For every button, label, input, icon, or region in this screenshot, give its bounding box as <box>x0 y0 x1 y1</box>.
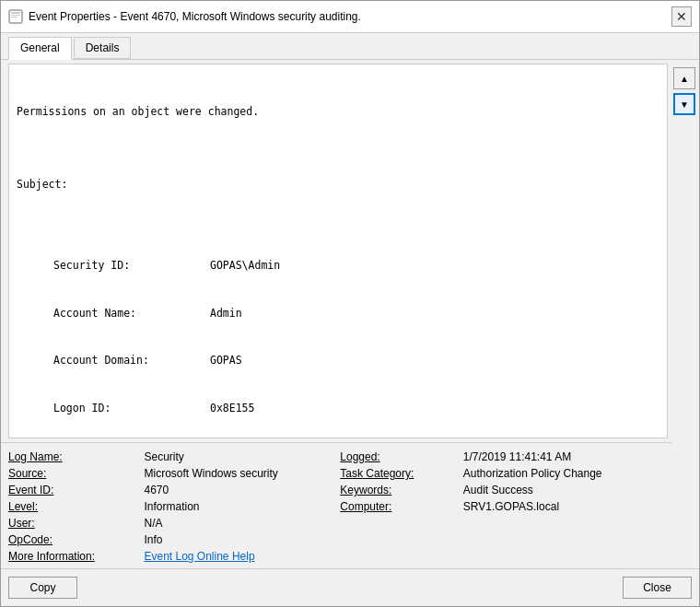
main-content: Permissions on an object were changed. S… <box>1 60 671 568</box>
level-label: Level: <box>8 498 144 513</box>
window-title: Event Properties - Event 4670, Microsoft… <box>29 10 361 23</box>
title-bar: Event Properties - Event 4670, Microsoft… <box>1 1 699 33</box>
logged-value: 1/7/2019 11:41:41 AM <box>463 449 664 463</box>
security-id-value: GOPAS\Admin <box>210 258 280 274</box>
event-description: Permissions on an object were changed. <box>17 104 659 120</box>
more-info-value: Event Log Online Help <box>144 548 340 563</box>
more-info-label: More Information: <box>8 548 144 563</box>
opcode-value: Info <box>144 531 340 546</box>
level-value: Information <box>144 498 340 513</box>
subject-fields: Security ID: GOPAS\Admin Account Name: A… <box>17 226 659 438</box>
scroll-down-button[interactable]: ▼ <box>673 93 695 115</box>
sidebar-buttons: ▲ ▼ <box>671 60 699 568</box>
scroll-up-button[interactable]: ▲ <box>673 67 695 89</box>
tab-general[interactable]: General <box>8 37 72 60</box>
keywords-label: Keywords: <box>340 482 462 496</box>
bottom-bar: Copy Close <box>1 568 699 606</box>
field-account-name: Account Name: Admin <box>53 306 659 321</box>
close-button[interactable]: Close <box>623 577 692 599</box>
logon-id-label: Logon ID: <box>53 401 210 416</box>
main-window: Event Properties - Event 4670, Microsoft… <box>0 0 700 607</box>
field-security-id: Security ID: GOPAS\Admin <box>53 258 659 274</box>
meta-section: Log Name: Security Logged: 1/7/2019 11:4… <box>1 442 671 568</box>
field-logon-id: Logon ID: 0x8E155 <box>53 401 659 416</box>
user-label: User: <box>8 515 144 530</box>
svg-rect-3 <box>11 17 18 18</box>
account-domain-value: GOPAS <box>210 353 242 368</box>
field-account-domain: Account Domain: GOPAS <box>53 353 659 368</box>
svg-rect-1 <box>11 12 20 14</box>
event-text: Permissions on an object were changed. S… <box>17 72 659 438</box>
opcode-label: OpCode: <box>8 531 144 546</box>
log-name-value: Security <box>144 449 340 463</box>
event-log-online-help-link[interactable]: Event Log Online Help <box>144 550 254 563</box>
tabs-bar: General Details <box>1 33 699 60</box>
source-value: Microsoft Windows security <box>144 465 340 480</box>
account-domain-label: Account Domain: <box>53 353 210 368</box>
source-label: Source: <box>8 465 144 480</box>
security-id-label: Security ID: <box>53 258 210 274</box>
logon-id-value: 0x8E155 <box>210 401 254 416</box>
logged-label: Logged: <box>340 449 462 463</box>
window-close-button[interactable]: ✕ <box>671 6 692 27</box>
title-bar-left: Event Properties - Event 4670, Microsoft… <box>8 9 361 24</box>
account-name-label: Account Name: <box>53 306 210 321</box>
computer-value: SRV1.GOPAS.local <box>463 498 664 513</box>
event-id-label: Event ID: <box>8 482 144 496</box>
task-category-value: Authorization Policy Change <box>463 465 664 480</box>
content-area: Permissions on an object were changed. S… <box>1 60 699 568</box>
tab-details[interactable]: Details <box>74 37 132 59</box>
task-category-label: Task Category: <box>340 465 462 480</box>
svg-rect-2 <box>11 15 20 16</box>
user-value: N/A <box>144 515 340 530</box>
computer-label: Computer: <box>340 498 462 513</box>
event-icon <box>8 9 23 24</box>
event-details-panel: Permissions on an object were changed. S… <box>8 64 668 438</box>
subject-section-title: Subject: <box>17 177 659 193</box>
event-id-value: 4670 <box>144 482 340 496</box>
log-name-label: Log Name: <box>8 449 144 463</box>
account-name-value: Admin <box>210 306 242 321</box>
keywords-value: Audit Success <box>463 482 664 496</box>
copy-button[interactable]: Copy <box>8 577 77 599</box>
